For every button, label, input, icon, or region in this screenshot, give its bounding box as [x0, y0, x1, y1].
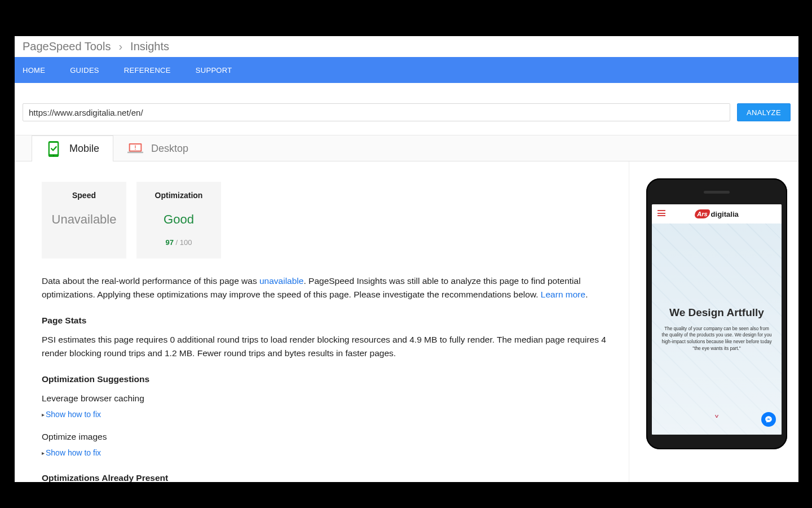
nav-support[interactable]: SUPPORT	[196, 66, 232, 75]
summary-text: Data about the real-world performance of…	[42, 274, 619, 301]
optimization-score-num: 97	[166, 238, 174, 247]
analyze-button[interactable]: ANALYZE	[737, 103, 791, 121]
site-header: Arsdigitalia	[652, 204, 782, 224]
svg-rect-6	[135, 145, 135, 148]
suggestions-heading: Optimization Suggestions	[42, 373, 619, 386]
nav-guides[interactable]: GUIDES	[70, 66, 99, 75]
show-fix-caching-link[interactable]: Show how to fix	[46, 409, 101, 421]
show-fix-images[interactable]: ▸ Show how to fix	[42, 447, 619, 459]
hero-sub: The quality of your company can be seen …	[661, 326, 773, 353]
tab-mobile-label: Mobile	[69, 143, 99, 155]
triangle-right-icon: ▸	[42, 410, 45, 419]
phone-frame: Arsdigitalia We Design Artfully The qual…	[646, 178, 787, 449]
tab-desktop-label: Desktop	[151, 143, 188, 155]
breadcrumb-root[interactable]: PageSpeed Tools	[23, 40, 111, 53]
nav-home[interactable]: HOME	[23, 66, 45, 75]
device-tabs: Mobile Desktop	[15, 135, 798, 161]
phone-screen: Arsdigitalia We Design Artfully The qual…	[652, 204, 782, 435]
learn-more-link[interactable]: Learn more	[541, 290, 585, 299]
hero-headline: We Design Artfully	[669, 306, 764, 320]
desktop-warn-icon	[127, 141, 143, 157]
logo-suffix: digitalia	[711, 210, 739, 218]
tab-desktop[interactable]: Desktop	[113, 135, 202, 161]
messenger-fab	[761, 412, 776, 427]
show-fix-images-link[interactable]: Show how to fix	[46, 447, 101, 459]
chevron-down-icon: ˅	[714, 413, 720, 427]
show-fix-caching[interactable]: ▸ Show how to fix	[42, 409, 619, 421]
hero-section: We Design Artfully The quality of your c…	[652, 224, 782, 435]
breadcrumb-leaf[interactable]: Insights	[130, 40, 169, 53]
results-main: Speed Unavailable Optimization Good 97 /…	[15, 161, 629, 482]
svg-rect-7	[135, 149, 135, 150]
suggestion-caching: Leverage browser caching	[42, 392, 619, 405]
unavailable-link[interactable]: unavailable	[259, 276, 303, 286]
optimization-card-value: Good	[136, 210, 221, 229]
chevron-right-icon: ›	[118, 40, 122, 53]
page-stats-body: PSI estimates this page requires 0 addit…	[42, 333, 619, 360]
nav-reference[interactable]: REFERENCE	[124, 66, 171, 75]
hamburger-icon	[657, 210, 665, 216]
url-bar: ANALYZE	[15, 83, 798, 135]
already-present-heading: Optimizations Already Present	[42, 471, 619, 482]
optimization-score: 97 / 100	[136, 237, 221, 248]
mobile-check-icon	[46, 141, 61, 157]
logo-prefix: Ars	[695, 209, 709, 218]
speed-card-title: Speed	[42, 190, 126, 202]
svg-rect-5	[127, 151, 143, 153]
svg-point-2	[53, 155, 54, 156]
optimization-card: Optimization Good 97 / 100	[136, 182, 221, 259]
optimization-score-outof: / 100	[174, 238, 192, 247]
app-window: PageSpeed Tools › Insights HOME GUIDES R…	[15, 36, 798, 482]
url-input[interactable]	[23, 103, 730, 121]
page-stats-heading: Page Stats	[42, 314, 619, 327]
optimization-card-title: Optimization	[136, 190, 221, 202]
summary-part-c: .	[585, 290, 588, 299]
triangle-right-icon: ▸	[42, 449, 45, 458]
breadcrumb: PageSpeed Tools › Insights	[15, 36, 798, 57]
speed-card: Speed Unavailable	[42, 182, 126, 259]
tab-mobile[interactable]: Mobile	[32, 135, 113, 161]
top-nav: HOME GUIDES REFERENCE SUPPORT	[15, 57, 798, 83]
phone-speaker-icon	[704, 191, 730, 194]
summary-part-a: Data about the real-world performance of…	[42, 276, 259, 286]
preview-pane: Arsdigitalia We Design Artfully The qual…	[629, 161, 798, 482]
suggestion-images: Optimize images	[42, 430, 619, 444]
site-logo: Arsdigitalia	[695, 209, 738, 218]
speed-card-value: Unavailable	[42, 210, 126, 229]
